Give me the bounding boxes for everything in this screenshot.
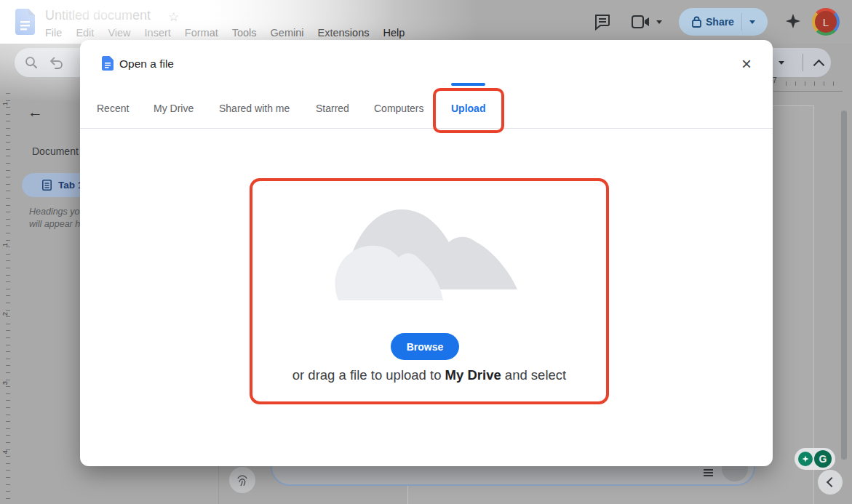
app-header: Untitled document ☆ File Edit View Inser… (0, 0, 852, 44)
gemini-sparkle-icon[interactable] (785, 13, 801, 29)
ruler-number: 7 (773, 76, 777, 84)
close-icon[interactable]: × (735, 53, 758, 76)
tab-recent[interactable]: Recent (97, 103, 129, 114)
dialog-title: Open a file (119, 57, 174, 71)
browse-button[interactable]: Browse (391, 333, 459, 360)
document-tab-item[interactable]: Tab 1 (22, 173, 87, 197)
google-docs-window: Untitled document ☆ File Edit View Inser… (0, 0, 852, 504)
menu-format[interactable]: Format (185, 27, 218, 39)
menu-bar: File Edit View Insert Format Tools Gemin… (45, 27, 405, 39)
ruler-number: 2 (1, 309, 9, 319)
back-arrow-icon[interactable]: ← (28, 103, 43, 121)
grammarly-bulb-icon (798, 452, 813, 466)
docs-logo-icon[interactable] (15, 9, 35, 35)
toolbar-dropdown-icon[interactable] (779, 61, 784, 65)
menu-gemini[interactable]: Gemini (271, 27, 304, 39)
tab-computers[interactable]: Computers (374, 103, 423, 114)
fingerprint-icon (235, 473, 250, 487)
chevron-left-icon (826, 477, 836, 487)
ruler-number: 3 (1, 378, 9, 388)
horizontal-ruler (786, 81, 840, 86)
collapse-panel-button[interactable] (818, 470, 843, 495)
undo-icon[interactable] (49, 56, 64, 69)
ruler-number: 4 (1, 447, 9, 457)
menu-file[interactable]: File (45, 27, 62, 39)
cloud-illustration (331, 202, 520, 304)
drag-target-name: My Drive (445, 367, 501, 383)
vertical-scrollbar[interactable] (841, 111, 847, 460)
avatar-letter: L (815, 11, 837, 33)
tab-doc-icon (42, 180, 52, 191)
avatar[interactable]: L (812, 8, 840, 36)
dialog-tabs: Recent My Drive Shared with me Starred C… (80, 98, 773, 128)
tabs-divider (80, 128, 773, 129)
ruler-number: 1 (1, 99, 9, 109)
menu-insert[interactable]: Insert (145, 27, 171, 39)
tab-my-drive[interactable]: My Drive (154, 103, 194, 114)
prompt-keyboard-icon[interactable] (704, 469, 713, 476)
menu-extensions[interactable]: Extensions (318, 27, 370, 39)
video-call-dropdown-icon[interactable] (656, 20, 662, 24)
search-icon[interactable] (25, 56, 38, 69)
share-dropdown-icon[interactable] (749, 20, 755, 24)
grammarly-widget[interactable]: G (795, 448, 835, 470)
open-file-dialog: Open a file × Recent My Drive Shared wit… (80, 40, 773, 466)
menu-help[interactable]: Help (383, 27, 405, 39)
menu-view[interactable]: View (108, 27, 130, 39)
vertical-ruler (6, 93, 10, 500)
star-icon[interactable]: ☆ (168, 9, 179, 25)
tab-upload[interactable]: Upload (451, 103, 485, 114)
comment-icon[interactable] (594, 13, 611, 31)
toolbar-divider (803, 54, 803, 71)
active-tab-underline (451, 83, 485, 86)
tab-shared-with-me[interactable]: Shared with me (219, 103, 290, 114)
tab-starred[interactable]: Starred (316, 103, 349, 114)
share-button[interactable]: Share (679, 8, 768, 36)
grammarly-logo-icon: G (814, 450, 832, 468)
video-call-icon[interactable] (632, 15, 650, 28)
menu-edit[interactable]: Edit (76, 27, 94, 39)
share-label: Share (706, 16, 734, 28)
dialog-doc-icon (102, 56, 114, 71)
menu-tools[interactable]: Tools (232, 27, 257, 39)
share-divider (741, 13, 742, 31)
fingerprint-button[interactable] (229, 467, 255, 493)
document-title[interactable]: Untitled document (45, 8, 151, 23)
ruler-line (773, 91, 843, 92)
ruler-number: 1 (1, 240, 9, 250)
lock-icon (692, 16, 701, 28)
drag-drop-instruction: or drag a file to upload to My Drive and… (250, 367, 609, 383)
